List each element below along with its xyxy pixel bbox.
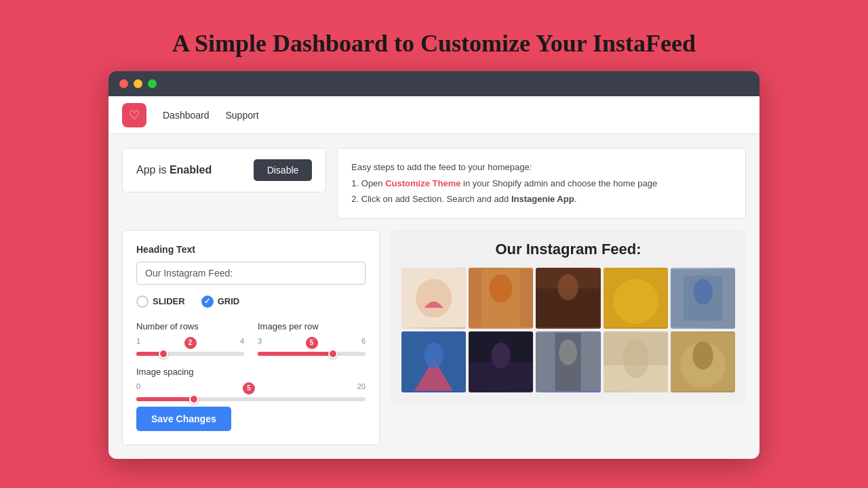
svg-point-7: [558, 274, 578, 300]
images-thumb[interactable]: [328, 349, 338, 359]
layout-slider[interactable]: SLIDER: [136, 296, 185, 308]
rows-track[interactable]: [136, 352, 244, 356]
info-line3: 2. Click on add Section. Search and add …: [351, 191, 732, 207]
rows-min: 1: [136, 337, 140, 349]
images-track[interactable]: [258, 352, 366, 356]
rows-label: Number of rows: [136, 321, 244, 331]
slider-label: SLIDER: [153, 296, 185, 306]
rows-thumb[interactable]: [159, 349, 168, 359]
status-text: App is Enabled: [136, 164, 212, 176]
info-box: Easy steps to add the feed to your homep…: [337, 148, 746, 218]
photo-1: [401, 268, 466, 329]
browser-window: ♡ Dashboard Support App is Enabled Disab…: [108, 71, 760, 458]
svg-point-24: [623, 339, 648, 378]
preview-panel: Our Instagram Feed:: [391, 230, 746, 403]
sliders-row: Number of rows 1 2 4: [136, 321, 366, 356]
images-max: 6: [361, 337, 366, 349]
photo-7: [469, 331, 533, 392]
photo-3: [536, 268, 600, 329]
grid-label: GRID: [218, 296, 240, 306]
top-row: App is Enabled Disable Easy steps to add…: [122, 148, 746, 218]
spacing-value: 5: [243, 382, 255, 394]
grid-radio[interactable]: [201, 296, 214, 308]
spacing-nums: 0 5 20: [136, 382, 366, 394]
browser-content: ♡ Dashboard Support App is Enabled Disab…: [108, 96, 760, 458]
photo-9: [604, 331, 668, 392]
browser-dot-yellow[interactable]: [134, 79, 142, 88]
rows-max: 4: [240, 337, 244, 349]
svg-point-13: [693, 279, 713, 304]
svg-point-4: [490, 274, 513, 302]
rows-slider-group: Number of rows 1 2 4: [136, 321, 244, 356]
status-enabled: Enabled: [170, 164, 212, 176]
logo-icon: ♡: [129, 108, 140, 123]
preview-title: Our Instagram Feed:: [401, 241, 735, 258]
nav-dashboard[interactable]: Dashboard: [163, 107, 210, 123]
status-prefix: App is: [136, 164, 170, 176]
layout-options: SLIDER GRID: [136, 296, 366, 308]
status-col: App is Enabled Disable: [122, 148, 326, 218]
app-logo: ♡: [122, 103, 146, 127]
images-min: 3: [258, 337, 262, 349]
spacing-min: 0: [136, 382, 140, 394]
browser-dot-green[interactable]: [148, 79, 157, 88]
svg-point-15: [424, 342, 443, 368]
slider-radio[interactable]: [136, 296, 149, 308]
app-nav: ♡ Dashboard Support: [108, 96, 760, 134]
page-title: A Simple Dashboard to Customize Your Ins…: [172, 29, 696, 58]
spacing-label: Image spacing: [136, 367, 366, 377]
photo-5: [671, 268, 735, 329]
photo-6: [401, 331, 466, 392]
rows-value: 2: [184, 337, 197, 349]
images-value: 5: [306, 337, 318, 349]
rows-nums: 1 2 4: [136, 337, 244, 349]
photo-4: [604, 268, 668, 329]
layout-grid[interactable]: GRID: [201, 296, 240, 308]
status-bar: App is Enabled Disable: [122, 148, 326, 192]
svg-point-21: [559, 339, 578, 365]
images-slider-group: Images per row 3 5 6: [258, 321, 366, 356]
spacing-track[interactable]: [136, 397, 366, 401]
images-fill: [258, 352, 333, 356]
heading-label: Heading Text: [136, 244, 366, 255]
info-col: Easy steps to add the feed to your homep…: [337, 148, 746, 218]
svg-point-1: [416, 279, 452, 317]
settings-panel: Heading Text SLIDER GRID: [122, 230, 380, 445]
photo-grid: [401, 268, 735, 392]
svg-point-18: [492, 342, 511, 368]
browser-dot-red[interactable]: [119, 79, 128, 88]
spacing-thumb[interactable]: [189, 394, 199, 404]
spacing-fill: [136, 397, 194, 401]
two-col: Heading Text SLIDER GRID: [122, 230, 746, 445]
nav-support[interactable]: Support: [226, 107, 259, 123]
disable-button[interactable]: Disable: [254, 159, 313, 181]
svg-point-27: [692, 341, 713, 369]
photo-10: [671, 331, 735, 392]
save-button[interactable]: Save Changes: [136, 407, 231, 431]
main-content: App is Enabled Disable Easy steps to add…: [108, 134, 760, 458]
photo-8: [536, 331, 600, 392]
info-line1: Easy steps to add the feed to your homep…: [351, 159, 732, 175]
images-nums: 3 5 6: [258, 337, 366, 349]
info-line2: 1. Open Customize Theme in your Shopify …: [351, 176, 732, 191]
spacing-max: 20: [357, 382, 366, 394]
images-label: Images per row: [258, 321, 366, 331]
svg-point-9: [613, 279, 658, 324]
photo-2: [469, 268, 533, 329]
spacing-slider-group: Image spacing 0 5 20: [136, 367, 366, 401]
browser-chrome: [108, 71, 760, 96]
heading-input[interactable]: [136, 262, 366, 285]
